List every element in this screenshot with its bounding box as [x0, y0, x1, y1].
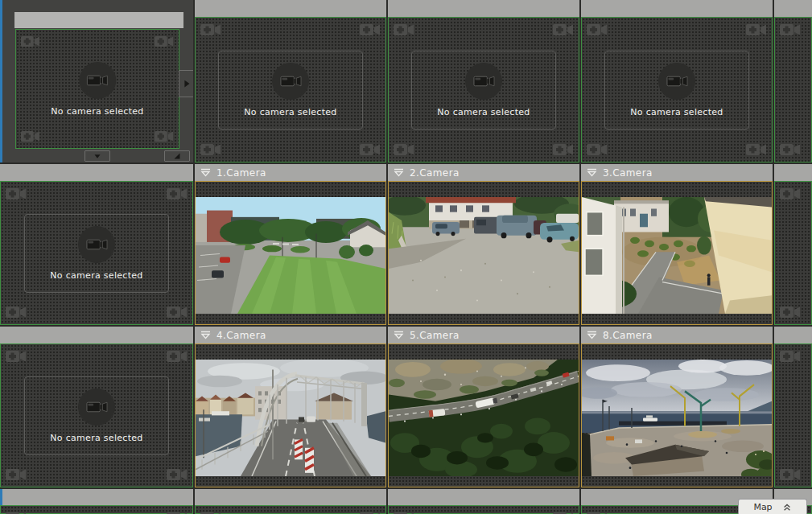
empty-tile[interactable]: No camera selected — [0, 181, 193, 325]
camera-menu-icon[interactable] — [587, 168, 597, 177]
add-camera-icon[interactable] — [200, 22, 222, 38]
add-camera-icon[interactable] — [166, 186, 188, 202]
tile-header[interactable] — [774, 164, 812, 181]
add-camera-icon[interactable] — [359, 510, 381, 514]
grid-cell-selected[interactable]: No camera selected — [0, 0, 193, 162]
add-camera-icon[interactable] — [166, 348, 188, 364]
add-camera-icon[interactable] — [552, 142, 575, 158]
grid-cell-clipped[interactable] — [388, 489, 579, 514]
camera-view-3[interactable] — [581, 181, 773, 325]
camera-tile-header[interactable]: 4.Camera — [195, 327, 386, 343]
tile-header[interactable] — [14, 12, 183, 28]
add-camera-icon[interactable] — [5, 467, 27, 483]
grid-cell[interactable]: No camera selected — [581, 0, 773, 162]
empty-tile[interactable]: No camera selected — [581, 17, 773, 162]
add-camera-icon[interactable] — [5, 348, 27, 364]
camera-menu-icon[interactable] — [394, 168, 404, 177]
expand-right-button[interactable] — [179, 70, 193, 97]
camera-view-1[interactable] — [195, 181, 386, 325]
grid-cell-camera-1[interactable]: 1.Camera — [195, 164, 386, 325]
camera-tile-header[interactable]: 3.Camera — [581, 164, 773, 181]
empty-tile[interactable] — [195, 505, 386, 514]
empty-tile[interactable] — [388, 505, 579, 514]
camera-view-5[interactable] — [388, 343, 579, 487]
empty-tile[interactable]: No camera selected — [15, 29, 179, 149]
camera-menu-icon[interactable] — [200, 168, 211, 177]
camera-menu-icon[interactable] — [394, 331, 404, 339]
camera-menu-icon[interactable] — [587, 331, 597, 339]
add-camera-icon[interactable] — [745, 142, 768, 158]
add-camera-icon[interactable] — [586, 22, 608, 38]
add-camera-icon[interactable] — [393, 510, 415, 514]
add-camera-icon[interactable] — [779, 304, 802, 320]
grid-cell-camera-8[interactable]: 8.Camera — [581, 327, 773, 487]
grid-cell-camera-5[interactable]: 5.Camera — [388, 327, 579, 487]
grid-cell[interactable]: No camera selected — [0, 164, 193, 325]
add-camera-icon[interactable] — [200, 510, 222, 514]
add-camera-icon[interactable] — [586, 142, 608, 158]
add-camera-icon[interactable] — [20, 34, 41, 49]
add-camera-icon[interactable] — [154, 34, 175, 49]
add-camera-icon[interactable] — [552, 22, 575, 38]
add-camera-icon[interactable] — [359, 22, 381, 38]
empty-tile[interactable] — [774, 343, 812, 487]
tile-header[interactable] — [195, 489, 386, 505]
grid-cell-partial[interactable] — [774, 164, 812, 325]
tile-header[interactable] — [0, 327, 193, 343]
expand-down-button[interactable] — [84, 150, 110, 162]
add-camera-icon[interactable] — [5, 186, 27, 202]
grid-cell-camera-2[interactable]: 2.Camera — [388, 164, 579, 325]
add-camera-icon[interactable] — [779, 22, 802, 38]
camera-view-4[interactable] — [195, 343, 386, 487]
empty-tile[interactable] — [774, 181, 812, 325]
grid-cell[interactable]: No camera selected — [0, 327, 193, 487]
add-camera-icon[interactable] — [5, 304, 27, 320]
add-camera-icon[interactable] — [5, 510, 27, 514]
grid-cell-camera-3[interactable]: 3.Camera — [581, 164, 773, 325]
grid-cell-partial[interactable] — [774, 0, 812, 162]
tile-header[interactable] — [581, 0, 773, 17]
camera-view-8[interactable] — [581, 343, 773, 487]
grid-cell-partial[interactable] — [774, 327, 812, 487]
grid-cell-clipped[interactable] — [195, 489, 386, 514]
tile-header[interactable] — [0, 164, 193, 181]
camera-tile-header[interactable]: 5.Camera — [388, 327, 579, 343]
add-camera-icon[interactable] — [154, 129, 175, 144]
camera-tile-header[interactable]: 2.Camera — [388, 164, 579, 181]
camera-view-2[interactable] — [388, 181, 579, 325]
map-panel-button[interactable]: Map — [738, 499, 807, 514]
camera-menu-icon[interactable] — [200, 331, 211, 339]
empty-tile[interactable] — [774, 17, 812, 162]
add-camera-icon[interactable] — [779, 142, 802, 158]
add-camera-icon[interactable] — [586, 510, 608, 514]
add-camera-icon[interactable] — [166, 510, 188, 514]
empty-tile[interactable]: No camera selected — [195, 17, 386, 162]
empty-tile[interactable]: No camera selected — [0, 343, 193, 487]
tile-header[interactable] — [388, 489, 579, 505]
add-camera-icon[interactable] — [393, 142, 415, 158]
grid-cell-camera-4[interactable]: 4.Camera — [195, 327, 386, 487]
empty-tile[interactable] — [0, 505, 193, 514]
expand-diagonal-button[interactable] — [164, 150, 190, 162]
tile-header[interactable] — [388, 0, 579, 17]
add-camera-icon[interactable] — [779, 186, 802, 202]
grid-cell-clipped[interactable] — [0, 489, 193, 514]
grid-cell[interactable]: No camera selected — [388, 0, 579, 162]
empty-tile[interactable]: No camera selected — [388, 17, 579, 162]
add-camera-icon[interactable] — [200, 142, 222, 158]
add-camera-icon[interactable] — [779, 467, 802, 483]
add-camera-icon[interactable] — [393, 22, 415, 38]
tile-header[interactable] — [195, 0, 386, 17]
camera-tile-header[interactable]: 8.Camera — [581, 327, 773, 343]
add-camera-icon[interactable] — [552, 510, 575, 514]
camera-tile-header[interactable]: 1.Camera — [195, 164, 386, 181]
tile-header[interactable] — [0, 489, 193, 505]
add-camera-icon[interactable] — [166, 304, 188, 320]
add-camera-icon[interactable] — [779, 348, 802, 364]
add-camera-icon[interactable] — [359, 142, 381, 158]
add-camera-icon[interactable] — [745, 22, 768, 38]
tile-header[interactable] — [774, 0, 812, 17]
add-camera-icon[interactable] — [20, 129, 41, 144]
tile-header[interactable] — [774, 327, 812, 343]
grid-cell[interactable]: No camera selected — [195, 0, 386, 162]
